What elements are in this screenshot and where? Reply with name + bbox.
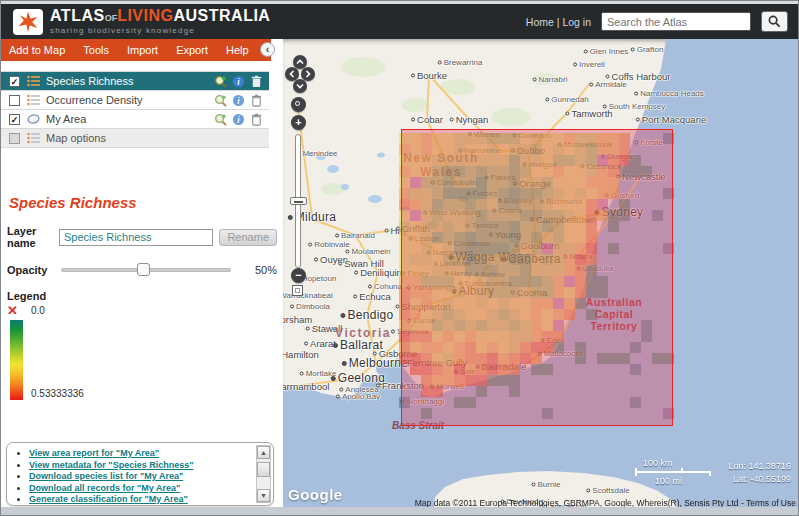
scroll-down-button[interactable]: ▼	[257, 489, 270, 502]
rename-button[interactable]: Rename	[219, 229, 277, 246]
town-label: Tamworth	[565, 108, 612, 119]
layer-list-icon	[27, 132, 40, 144]
brand-of: OF	[105, 13, 118, 23]
ala-bird-icon	[16, 11, 40, 33]
search-button[interactable]	[761, 11, 788, 32]
legend-label: Legend	[7, 290, 277, 302]
town-marker-icon	[331, 376, 336, 381]
layer-row-my-area[interactable]: ✓ My Area i	[1, 110, 269, 129]
town-label: Echuca	[353, 291, 391, 302]
town-marker-icon	[586, 488, 590, 492]
overview-map-toggle[interactable]	[292, 285, 303, 296]
map-scale-bar: 100 km 100 mi	[635, 458, 711, 486]
town-marker-icon	[395, 305, 399, 309]
town-label: Burnie	[531, 480, 560, 489]
view-area-report-link[interactable]: View area report for "My Area"	[29, 448, 159, 458]
legend-max-value: 0.53333336	[31, 388, 84, 399]
town-label: Gunnedah	[545, 95, 588, 104]
opacity-label: Opacity	[7, 264, 59, 276]
layer-checkbox[interactable]	[9, 133, 20, 144]
scroll-thumb[interactable]	[257, 462, 270, 477]
links-scrollbar[interactable]: ▲ ▼	[256, 445, 271, 503]
list-item: Download species list for "My Area"	[29, 471, 253, 481]
zoom-to-layer-icon[interactable]	[214, 75, 227, 88]
login-link[interactable]: Log in	[562, 16, 591, 28]
details-title: Species Richness	[9, 194, 277, 211]
layer-row-occurrence-density[interactable]: Occurrence Density i	[1, 91, 269, 110]
town-label: Ararat	[304, 338, 336, 349]
town-marker-icon	[606, 75, 610, 79]
menu-item-add-to-map[interactable]: Add to Map	[9, 44, 65, 56]
zoom-to-layer-icon[interactable]	[214, 94, 227, 107]
layer-info-icon[interactable]: i	[232, 94, 245, 107]
town-marker-icon	[342, 361, 347, 366]
town-marker-icon	[411, 74, 415, 78]
delete-layer-icon[interactable]	[250, 94, 263, 107]
menu-bar: Add to Map Tools Import Export Help	[1, 39, 271, 61]
town-label: Melbourne	[342, 356, 408, 370]
brand-atlas: ATLAS	[50, 7, 105, 24]
town-marker-icon	[636, 118, 640, 122]
ala-logo[interactable]	[13, 9, 43, 35]
zoom-to-layer-icon[interactable]	[214, 113, 227, 126]
town-marker-icon	[545, 97, 549, 101]
zoom-in-button[interactable]: +	[291, 115, 306, 130]
town-label: Deniliquin	[354, 267, 402, 278]
town-marker-icon	[336, 394, 340, 398]
download-species-list-link[interactable]: Download species list for "My Area"	[29, 471, 183, 481]
layer-row-map-options[interactable]: Map options	[1, 129, 269, 148]
town-marker-icon	[396, 227, 400, 231]
layer-name-input[interactable]	[59, 229, 213, 246]
generate-classification-link[interactable]: Generate classification for "My Area"	[29, 494, 188, 504]
opacity-slider[interactable]	[61, 263, 231, 276]
layer-checkbox[interactable]: ✓	[9, 114, 20, 125]
opacity-slider-handle[interactable]	[137, 263, 150, 276]
layer-info-icon[interactable]: i	[232, 75, 245, 88]
scale-km-label: 100 km	[643, 458, 711, 468]
layer-row-species-richness[interactable]: ✓ Species Richness i	[1, 72, 269, 91]
layer-label: My Area	[46, 113, 209, 125]
menu-item-tools[interactable]: Tools	[83, 44, 109, 56]
sidebar-collapse-button[interactable]: ‹	[260, 42, 275, 57]
legend-no-value-icon: ✕	[7, 303, 23, 318]
sidebar: Add to Map Tools Import Export Help ‹ ✓ …	[1, 39, 283, 516]
town-marker-icon	[391, 329, 395, 333]
brand-block: ATLASOFLIVINGAUSTRALIA sharing biodivers…	[50, 9, 270, 35]
scroll-up-button[interactable]: ▲	[257, 446, 270, 459]
link-separator: |	[557, 16, 560, 28]
menu-item-export[interactable]: Export	[176, 44, 208, 56]
layer-checkbox[interactable]: ✓	[9, 76, 20, 87]
home-link[interactable]: Home	[526, 16, 554, 28]
reset-view-icon	[295, 101, 300, 106]
layer-info-icon[interactable]: i	[232, 113, 245, 126]
town-label: Cohuna	[368, 282, 402, 291]
brand-australia: AUSTRALIA	[173, 7, 270, 24]
town-marker-icon	[589, 82, 593, 86]
region-label: Victoria	[335, 326, 391, 340]
town-label: Moulamein	[345, 247, 390, 256]
town-marker-icon	[333, 343, 338, 348]
view-metadata-link[interactable]: View metadata for "Species Richness"	[29, 460, 193, 470]
area-links-panel: View area report for "My Area" View meta…	[6, 442, 274, 506]
layer-checkbox[interactable]	[9, 95, 20, 106]
town-marker-icon	[634, 91, 638, 95]
zoom-slider-handle[interactable]	[290, 197, 307, 205]
search-input[interactable]	[601, 12, 751, 31]
delete-layer-icon[interactable]	[250, 113, 263, 126]
delete-layer-icon[interactable]	[250, 75, 263, 88]
zoom-control: + −	[283, 39, 323, 309]
legend-min-value: 0.0	[31, 305, 45, 316]
header: ATLASOFLIVINGAUSTRALIA sharing biodivers…	[1, 4, 798, 39]
map-viewport[interactable]: BourkeBrewarrinaNarrabriGunnedahGlen Inn…	[283, 39, 799, 509]
town-label: Cobar	[411, 114, 443, 125]
town-label: Hamilton	[283, 349, 319, 360]
town-label: Inverell	[573, 60, 605, 69]
menu-item-help[interactable]: Help	[226, 44, 249, 56]
my-area-rectangle[interactable]	[401, 129, 673, 426]
download-all-records-link[interactable]: Download all records for "My Area"	[29, 483, 180, 493]
reset-view-button[interactable]	[291, 97, 306, 112]
town-marker-icon	[584, 49, 588, 53]
town-label: Nyngan	[450, 114, 489, 125]
zoom-out-button[interactable]: −	[291, 268, 306, 283]
menu-item-import[interactable]: Import	[127, 44, 158, 56]
